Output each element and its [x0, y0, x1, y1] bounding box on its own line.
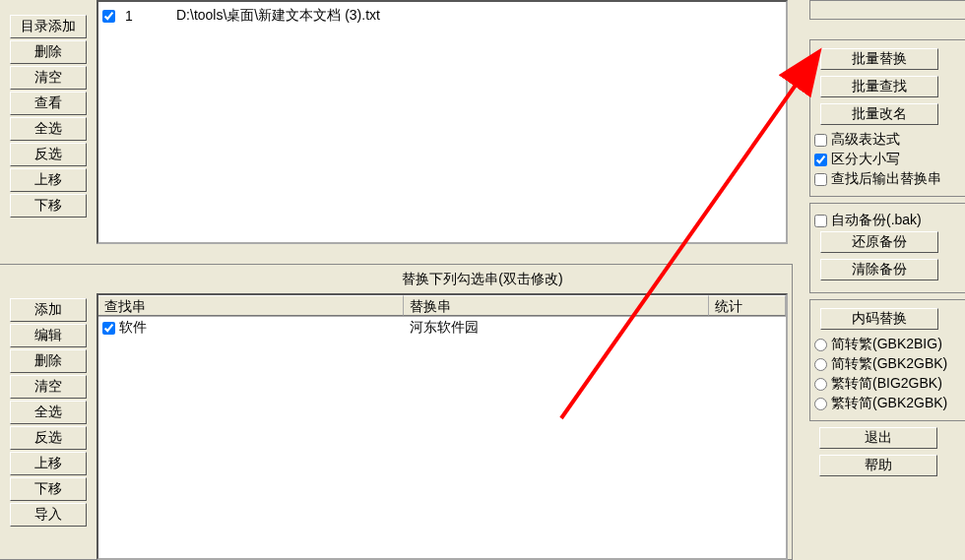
delete-rule-button[interactable]: 删除: [10, 349, 87, 373]
case-label: 区分大小写: [831, 151, 900, 168]
enc-radio-2[interactable]: [814, 358, 827, 371]
col-replace[interactable]: 替换串: [404, 295, 709, 316]
right-panel: 批量替换 批量查找 批量改名 高级表达式 区分大小写 查找后输出替换串 自动备份…: [809, 0, 965, 482]
enc-label-4: 繁转简(GBK2GBK): [831, 395, 947, 412]
help-button[interactable]: 帮助: [819, 455, 937, 476]
move-up-button[interactable]: 上移: [10, 168, 87, 192]
delete-button[interactable]: 删除: [10, 40, 87, 64]
file-checkbox[interactable]: [102, 10, 115, 23]
search-value: 软件: [119, 319, 147, 337]
rule-checkbox[interactable]: [102, 322, 115, 335]
file-list[interactable]: 1 D:\tools\桌面\新建文本文档 (3).txt: [96, 0, 788, 244]
batch-replace-button[interactable]: 批量替换: [820, 48, 938, 70]
batch-find-button[interactable]: 批量查找: [820, 76, 938, 97]
invert-rule-button[interactable]: 反选: [10, 426, 87, 450]
col-count[interactable]: 统计: [709, 295, 786, 316]
clear-rule-button[interactable]: 清空: [10, 375, 87, 399]
encoding-group: 内码替换 简转繁(GBK2BIG) 简转繁(GBK2GBK) 繁转简(BIG2G…: [809, 299, 965, 421]
clear-backup-button[interactable]: 清除备份: [820, 259, 938, 280]
move-up-rule-button[interactable]: 上移: [10, 452, 87, 475]
replace-section-title: 替换下列勾选串(双击修改): [398, 271, 566, 288]
restore-backup-button[interactable]: 还原备份: [820, 231, 938, 253]
backup-group: 自动备份(.bak) 还原备份 清除备份: [809, 203, 965, 293]
table-header: 查找串 替换串 统计: [98, 295, 786, 317]
file-row[interactable]: 1 D:\tools\桌面\新建文本文档 (3).txt: [102, 6, 782, 26]
select-all-rule-button[interactable]: 全选: [10, 401, 87, 424]
right-top-box: [809, 0, 965, 20]
table-row[interactable]: 软件 河东软件园: [98, 317, 786, 339]
auto-backup-label: 自动备份(.bak): [831, 212, 922, 229]
file-number: 1: [121, 8, 170, 24]
replace-value: 河东软件园: [404, 319, 709, 337]
edit-button[interactable]: 编辑: [10, 324, 87, 347]
add-dir-button[interactable]: 目录添加: [10, 15, 87, 38]
enc-radio-1[interactable]: [814, 339, 827, 351]
enc-label-3: 繁转简(BIG2GBK): [831, 375, 942, 393]
enc-radio-3[interactable]: [814, 378, 827, 391]
replace-table[interactable]: 查找串 替换串 统计 软件 河东软件园: [96, 293, 788, 560]
import-button[interactable]: 导入: [10, 503, 87, 527]
adv-expr-checkbox[interactable]: [814, 134, 827, 147]
batch-group: 批量替换 批量查找 批量改名 高级表达式 区分大小写 查找后输出替换串: [809, 39, 965, 197]
add-button[interactable]: 添加: [10, 298, 87, 322]
clear-button[interactable]: 清空: [10, 66, 87, 90]
invert-button[interactable]: 反选: [10, 143, 87, 166]
left-bottom-toolbar: 添加 编辑 删除 清空 全选 反选 上移 下移 导入: [10, 298, 87, 529]
enc-label-2: 简转繁(GBK2GBK): [831, 355, 947, 373]
adv-expr-label: 高级表达式: [831, 131, 900, 149]
case-checkbox[interactable]: [814, 154, 827, 166]
col-search[interactable]: 查找串: [98, 295, 404, 316]
exit-button[interactable]: 退出: [819, 427, 937, 449]
left-top-toolbar: 目录添加 删除 清空 查看 全选 反选 上移 下移: [10, 15, 87, 219]
file-path: D:\tools\桌面\新建文本文档 (3).txt: [176, 7, 380, 25]
encoding-replace-button[interactable]: 内码替换: [820, 308, 938, 330]
move-down-rule-button[interactable]: 下移: [10, 477, 87, 501]
enc-label-1: 简转繁(GBK2BIG): [831, 336, 942, 353]
output-label: 查找后输出替换串: [831, 170, 941, 188]
output-checkbox[interactable]: [814, 173, 827, 186]
auto-backup-checkbox[interactable]: [814, 215, 827, 227]
batch-rename-button[interactable]: 批量改名: [820, 103, 938, 125]
select-all-button[interactable]: 全选: [10, 117, 87, 141]
enc-radio-4[interactable]: [814, 398, 827, 410]
view-button[interactable]: 查看: [10, 92, 87, 115]
move-down-button[interactable]: 下移: [10, 194, 87, 218]
